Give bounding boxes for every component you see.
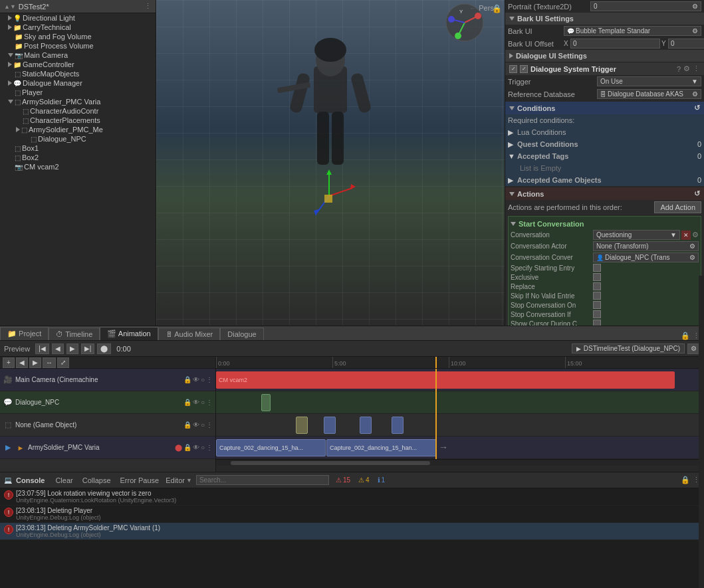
none-clip-4[interactable] (392, 417, 404, 434)
hierarchy-item-army-pmc-me[interactable]: ⬚ArmySoldier_PMC_Me (0, 125, 156, 134)
cam-solo-icon[interactable]: ○ (201, 376, 205, 383)
tab-audio-mixer[interactable]: 🎚 Audio Mixer (158, 328, 221, 340)
cam-menu-icon[interactable]: ⋮ (206, 376, 213, 383)
hierarchy-item-army-soldier[interactable]: ⬚ArmySoldier_PMC Varia (0, 97, 156, 106)
hierarchy-item-cm-vcam2[interactable]: 📷CM vcam2 (0, 162, 156, 171)
stop-if-checkbox[interactable] (593, 310, 601, 318)
army-mute-icon[interactable]: 👁 (193, 444, 199, 451)
tab-project[interactable]: 📁 Project (0, 327, 49, 340)
add-track-button[interactable]: + (3, 357, 15, 368)
hierarchy-item-directional-light[interactable]: 💡Directional Light (0, 13, 156, 23)
dial-menu-icon[interactable]: ⋮ (206, 399, 213, 406)
error-pause-button[interactable]: Error Pause (118, 476, 162, 485)
conditions-reset-icon[interactable]: ↺ (694, 104, 700, 112)
hierarchy-item-player[interactable]: ⬚Player (0, 88, 156, 97)
track-header-none[interactable]: ⬚ None (Game Object) 🔒 👁 ○ ⋮ (0, 414, 215, 437)
track-header-army[interactable]: ▶ ► ArmySoldier_PMC Varia ⬤ 🔒 👁 ○ ⋮ (0, 437, 215, 459)
bark-ui-dropdown[interactable]: 💬 Bubble Template Standar ⚙ (564, 26, 701, 36)
dst-gear-icon[interactable]: ⚙ (683, 64, 690, 73)
dst-menu-icon[interactable]: ⋮ (693, 64, 700, 73)
hierarchy-item-sky-fog[interactable]: 📁Sky and Fog Volume (0, 32, 156, 41)
scrollbar-thumb[interactable] (231, 461, 430, 465)
scene-gizmo[interactable]: Y (445, 3, 485, 43)
console-entry-3[interactable]: ! [23:08:13] Deleting ArmySoldier_PMC Va… (0, 523, 704, 540)
cam-lock-icon[interactable]: 🔒 (183, 376, 191, 383)
dst-checkbox2[interactable]: ✓ (520, 65, 528, 73)
conv-clear-button[interactable]: ✕ (681, 231, 691, 240)
none-mute-icon[interactable]: 👁 (193, 421, 199, 429)
conditions-header[interactable]: Conditions ↺ (505, 102, 704, 114)
hierarchy-item-carry-technical[interactable]: 📁CarryTechnical (0, 23, 156, 32)
hierarchy-item-post-process[interactable]: 📁Post Process Volume (0, 41, 156, 50)
none-clip-1[interactable] (296, 417, 308, 434)
scene-view[interactable]: ← Persp Y 🔒 (156, 0, 505, 326)
dialogue-system-trigger-header[interactable]: ✓ ✓ Dialogue System Trigger ? ⚙ ⋮ (505, 62, 704, 75)
show-cursor-checkbox[interactable] (593, 320, 601, 326)
dialogue-clip[interactable] (261, 394, 271, 411)
army-clip-1[interactable]: Capture_002_dancing_15_ha... (216, 439, 326, 456)
bark-offset-x-input[interactable] (570, 39, 660, 49)
track-header-dialogue-npc[interactable]: 💬 Dialogue_NPC 🔒 👁 ○ ⋮ (0, 391, 215, 414)
cam-mute-icon[interactable]: 👁 (193, 376, 199, 383)
hierarchy-item-char-audio[interactable]: ⬚CharacterAudioContr (0, 106, 156, 116)
hierarchy-item-dialogue-manager[interactable]: 💬Dialogue Manager (0, 78, 156, 88)
collapse-button[interactable]: Collapse (80, 476, 114, 485)
dial-solo-icon[interactable]: ○ (201, 399, 205, 406)
army-solo-icon[interactable]: ○ (201, 444, 205, 451)
conv-settings-icon[interactable]: ⚙ (692, 231, 699, 239)
hierarchy-item-box2[interactable]: ⬚Box2 (0, 153, 156, 162)
none-clip-2[interactable] (324, 417, 336, 434)
camera-clip[interactable]: CM vcam2 (216, 371, 675, 389)
hierarchy-item-game-controller[interactable]: 📁GameController (0, 60, 156, 69)
none-menu-icon[interactable]: ⋮ (206, 421, 213, 429)
play-button[interactable]: ▶ (66, 343, 78, 354)
trigger-dropdown[interactable]: On Use ▼ (597, 76, 701, 86)
bark-offset-y-input[interactable] (668, 39, 704, 49)
warning-badge[interactable]: ⚠ 4 (356, 476, 372, 484)
actions-header[interactable]: Actions ↺ (505, 187, 704, 200)
none-clip-3[interactable] (360, 417, 372, 434)
track-zoom-out[interactable]: ◀ (16, 357, 28, 368)
track-zoom-fit[interactable]: ↔ (43, 357, 56, 368)
army-clip-2[interactable]: Capture_002_dancing_15_han... (326, 439, 436, 456)
scene-lock-icon[interactable]: 🔒 (492, 4, 502, 13)
play-start-button[interactable]: |◀ (35, 343, 49, 354)
ref-db-field[interactable]: 🗄 Dialogue Database AKAS ⚙ (597, 89, 701, 99)
specify-checkbox[interactable] (593, 264, 601, 272)
hierarchy-item-static-map[interactable]: ⬚StaticMapObjects (0, 69, 156, 78)
portrait-value[interactable]: 0 ⚙ (590, 1, 701, 11)
track-zoom-in[interactable]: ▶ (29, 357, 41, 368)
hierarchy-item-main-camera[interactable]: 📷Main Camera (0, 50, 156, 60)
actions-reset-icon[interactable]: ↺ (694, 189, 700, 198)
hierarchy-item-char-placements[interactable]: ⬚CharacterPlacements (0, 116, 156, 125)
bark-ui-settings-header[interactable]: Bark UI Settings (505, 13, 704, 25)
skip-checkbox[interactable] (593, 292, 601, 300)
none-solo-icon[interactable]: ○ (201, 421, 205, 429)
play-next-button[interactable]: ▶| (81, 343, 95, 354)
console-scrollbar[interactable] (699, 276, 704, 588)
sequence-selector[interactable]: ▶ DSTimelineTest (Dialogue_NPC) (572, 343, 685, 353)
dst-checkbox[interactable]: ✓ (509, 65, 517, 73)
exclusive-checkbox[interactable] (593, 273, 601, 281)
editor-dropdown[interactable]: Editor ▼ (166, 476, 192, 484)
info-badge[interactable]: ℹ 1 (375, 476, 388, 484)
console-search-input[interactable] (196, 475, 329, 485)
stop-on-checkbox[interactable] (593, 301, 601, 309)
army-menu-icon[interactable]: ⋮ (206, 444, 213, 451)
track-header-main-camera[interactable]: 🎥 Main Camera (Cinemachine 🔒 👁 ○ ⋮ (0, 369, 215, 391)
none-lock-icon[interactable]: 🔒 (183, 421, 191, 429)
play-record-button[interactable]: ⬤ (97, 343, 111, 354)
dial-lock-icon[interactable]: 🔒 (183, 399, 191, 406)
timeline-lock-icon[interactable]: 🔒 (681, 332, 690, 340)
hierarchy-item-dialogue-npc[interactable]: ⬚Dialogue_NPC (0, 134, 156, 144)
console-entry-2[interactable]: ! [23:08:13] Deleting Player UnityEngine… (0, 506, 704, 523)
timeline-scrollbar[interactable] (216, 459, 699, 466)
hierarchy-menu-icon[interactable]: ⋮ (144, 2, 152, 11)
add-action-button[interactable]: Add Action (654, 201, 701, 213)
tab-timeline[interactable]: ⏱ Timeline (49, 328, 100, 340)
hierarchy-item-box1[interactable]: ⬚Box1 (0, 144, 156, 153)
conv-dropdown[interactable]: Questioning ▼ (593, 230, 680, 240)
dst-help-icon[interactable]: ? (677, 65, 681, 73)
console-lock-icon[interactable]: 🔒 (681, 476, 690, 484)
tab-animation[interactable]: 🎬 Animation (100, 327, 158, 340)
